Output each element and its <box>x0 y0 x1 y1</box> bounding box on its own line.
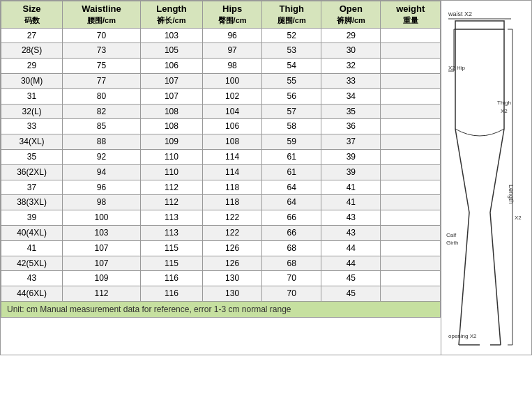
table-cell: 34 <box>321 88 381 104</box>
table-cell: 97 <box>203 43 262 59</box>
table-cell: 68 <box>262 256 321 271</box>
diagram-section: waist X2 X2 Hip Thigh X2 Length X2 Cal <box>441 0 532 355</box>
table-cell: 43 <box>321 210 381 226</box>
column-header: Open裤脚/cm <box>321 1 381 29</box>
table-cell: 107 <box>63 240 141 256</box>
table-row: 28(S)73105975330 <box>1 43 441 59</box>
table-cell: 103 <box>63 225 141 240</box>
svg-text:X2: X2 <box>501 108 508 114</box>
table-cell: 66 <box>262 225 321 240</box>
table-cell: 113 <box>140 210 202 226</box>
table-cell: 115 <box>140 240 202 256</box>
table-cell <box>381 88 441 104</box>
table-cell: 43 <box>1 271 63 286</box>
table-cell: 104 <box>203 104 262 119</box>
table-cell <box>381 119 441 134</box>
size-table: Size码数Waistline腰围/cmLength裤长/cmHips臀围/cm… <box>1 1 441 302</box>
size-table-section: Size码数Waistline腰围/cmLength裤长/cmHips臀围/cm… <box>0 0 441 355</box>
table-cell: 32(L) <box>1 104 63 119</box>
table-row: 30(M)771071005533 <box>1 73 441 88</box>
table-cell: 70 <box>262 271 321 286</box>
table-cell: 64 <box>262 195 321 210</box>
table-row: 38(3XL)981121186441 <box>1 195 441 210</box>
table-cell: 31 <box>1 88 63 104</box>
table-cell: 96 <box>63 180 141 195</box>
column-header: Length裤长/cm <box>140 1 202 29</box>
table-cell: 122 <box>203 210 262 226</box>
svg-text:Girth: Girth <box>446 240 458 246</box>
table-row: 36(2XL)941101146139 <box>1 164 441 180</box>
table-cell: 39 <box>1 210 63 226</box>
table-cell: 80 <box>63 88 141 104</box>
table-row: 40(4XL)1031131226643 <box>1 225 441 240</box>
table-cell: 29 <box>1 59 63 74</box>
table-cell: 108 <box>203 134 262 150</box>
table-cell <box>381 210 441 226</box>
table-cell: 112 <box>140 195 202 210</box>
table-cell: 64 <box>262 180 321 195</box>
table-cell: 110 <box>140 149 202 164</box>
table-cell: 109 <box>140 134 202 150</box>
table-cell <box>381 28 441 43</box>
table-cell: 85 <box>63 119 141 134</box>
table-cell: 77 <box>63 73 141 88</box>
table-cell <box>381 164 441 180</box>
table-cell: 39 <box>321 149 381 164</box>
table-cell: 36 <box>321 119 381 134</box>
table-cell: 44(6XL) <box>1 286 63 302</box>
table-cell: 61 <box>262 164 321 180</box>
table-cell: 45 <box>321 286 381 302</box>
table-cell: 88 <box>63 134 141 150</box>
table-row: 411071151266844 <box>1 240 441 256</box>
table-row: 31801071025634 <box>1 88 441 104</box>
table-cell: 114 <box>203 149 262 164</box>
table-cell: 37 <box>1 180 63 195</box>
table-cell: 38(3XL) <box>1 195 63 210</box>
table-row: 44(6XL)1121161307045 <box>1 286 441 302</box>
table-cell: 107 <box>140 88 202 104</box>
table-cell: 122 <box>203 225 262 240</box>
table-cell <box>381 180 441 195</box>
table-cell <box>381 225 441 240</box>
table-cell: 30 <box>321 43 381 59</box>
table-cell: 29 <box>321 28 381 43</box>
table-cell <box>381 73 441 88</box>
pants-diagram: waist X2 X2 Hip Thigh X2 Length X2 Cal <box>445 3 529 352</box>
table-cell: 28(S) <box>1 43 63 59</box>
table-cell: 30(M) <box>1 73 63 88</box>
table-cell: 112 <box>63 286 141 302</box>
table-row: 37961121186441 <box>1 180 441 195</box>
table-cell: 100 <box>203 73 262 88</box>
table-cell: 82 <box>63 104 141 119</box>
table-cell <box>381 286 441 302</box>
table-row: 2975106985432 <box>1 59 441 74</box>
table-cell <box>381 43 441 59</box>
svg-text:opening X2: opening X2 <box>448 333 477 339</box>
table-cell: 33 <box>321 73 381 88</box>
table-cell: 41 <box>321 180 381 195</box>
table-cell: 70 <box>262 286 321 302</box>
table-row: 431091161307045 <box>1 271 441 286</box>
table-cell: 42(5XL) <box>1 256 63 271</box>
table-cell: 112 <box>140 180 202 195</box>
svg-rect-2 <box>455 21 504 29</box>
table-cell: 32 <box>321 59 381 74</box>
column-header: Waistline腰围/cm <box>63 1 141 29</box>
table-cell: 115 <box>140 256 202 271</box>
table-cell <box>381 134 441 150</box>
table-cell: 40(4XL) <box>1 225 63 240</box>
table-cell: 103 <box>140 28 202 43</box>
table-cell: 61 <box>262 149 321 164</box>
table-row: 42(5XL)1071151266844 <box>1 256 441 271</box>
table-cell: 44 <box>321 256 381 271</box>
table-cell: 37 <box>321 134 381 150</box>
table-cell: 110 <box>140 164 202 180</box>
table-cell: 35 <box>1 149 63 164</box>
table-cell: 52 <box>262 28 321 43</box>
table-cell: 27 <box>1 28 63 43</box>
table-cell: 130 <box>203 286 262 302</box>
table-cell: 56 <box>262 88 321 104</box>
table-cell: 98 <box>203 59 262 74</box>
table-cell: 58 <box>262 119 321 134</box>
table-cell: 68 <box>262 240 321 256</box>
